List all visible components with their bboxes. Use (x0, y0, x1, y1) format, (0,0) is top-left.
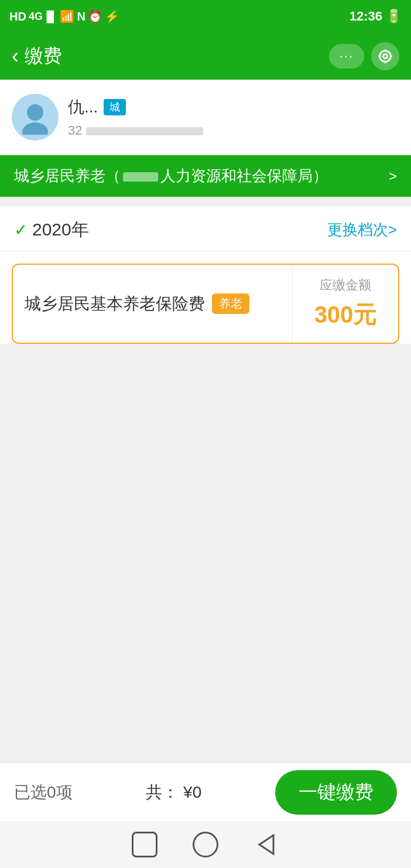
total-value: ¥0 (183, 783, 201, 801)
banner-text-pre: 城乡居民养老（ (14, 167, 121, 184)
recent-apps-button[interactable] (132, 832, 157, 857)
insurance-name: 城乡居民基本养老保险费 (25, 293, 205, 315)
user-name: 仇... (68, 96, 98, 118)
more-options-button[interactable]: ··· (329, 44, 364, 69)
total-label: 共： (146, 783, 179, 801)
back-arrow-icon: ‹ (12, 44, 19, 69)
scan-button[interactable] (371, 42, 399, 70)
user-city-tag: 城 (104, 99, 126, 115)
banner-blur (123, 172, 158, 182)
scan-icon (377, 48, 393, 64)
user-id-prefix: 32 (68, 123, 82, 138)
bluetooth-icon: ⚡ (105, 9, 119, 23)
battery-icon: 🔋 (386, 9, 402, 24)
insurance-right: 应缴金额 300元 (293, 265, 398, 343)
insurance-left: 城乡居民基本养老保险费 养老 (13, 265, 293, 343)
user-avatar (12, 94, 59, 141)
alarm-icon: ⏰ (88, 9, 102, 23)
user-id: 32 (68, 123, 399, 138)
nav-actions: ··· (329, 42, 399, 70)
home-indicator (0, 821, 411, 868)
amount-value: 300元 (314, 299, 377, 331)
year-check-group: ✓ 2020年 (14, 218, 89, 242)
change-level-button[interactable]: 更换档次> (327, 220, 397, 240)
avatar-icon (18, 100, 53, 135)
year-header: ✓ 2020年 更换档次> (0, 206, 411, 252)
banner-text: 城乡居民养老（人力资源和社会保障局） (14, 166, 328, 186)
back-button-nav[interactable] (254, 832, 279, 857)
status-bar-left: HD 4G▐▌ 📶 N ⏰ ⚡ (9, 9, 119, 23)
pay-button[interactable]: 一键缴费 (275, 770, 397, 815)
main-content: 仇... 城 32 城乡居民养老（人力资源和社会保障局） > ✓ 2020年 更… (0, 80, 411, 763)
total-amount: 共： ¥0 (146, 781, 201, 804)
nfc-icon: N (77, 10, 85, 23)
pay-button-label: 一键缴费 (299, 781, 374, 802)
signal-icon: 4G▐▌ (29, 11, 58, 23)
user-name-row: 仇... 城 (68, 96, 399, 118)
insurance-badge: 养老 (212, 293, 249, 314)
dots-label: ··· (340, 49, 354, 63)
home-button[interactable] (193, 832, 218, 857)
year-card: ✓ 2020年 更换档次> 城乡居民基本养老保险费 养老 应缴金额 300元 (0, 206, 411, 344)
status-bar: HD 4G▐▌ 📶 N ⏰ ⚡ 12:36 🔋 (0, 0, 411, 33)
check-mark-icon: ✓ (14, 220, 28, 240)
banner-arrow: > (389, 168, 397, 184)
bottom-bar: 已选0项 共： ¥0 一键缴费 (0, 763, 411, 821)
svg-point-7 (22, 122, 48, 135)
status-time: 12:36 (350, 9, 382, 24)
svg-point-6 (27, 104, 43, 121)
svg-point-1 (383, 54, 388, 59)
service-banner[interactable]: 城乡居民养老（人力资源和社会保障局） > (0, 155, 411, 197)
insurance-item[interactable]: 城乡居民基本养老保险费 养老 应缴金额 300元 (12, 264, 399, 344)
network-icon: HD (9, 10, 26, 23)
svg-marker-8 (259, 835, 273, 854)
back-button[interactable]: ‹ 缴费 (12, 43, 62, 69)
selected-count: 已选0项 (14, 781, 73, 804)
back-triangle-icon (254, 832, 279, 857)
svg-point-0 (380, 51, 391, 62)
status-bar-right: 12:36 🔋 (350, 9, 402, 24)
user-info: 仇... 城 32 (68, 96, 399, 138)
wifi-icon: 📶 (60, 9, 74, 23)
user-id-blur (86, 127, 203, 135)
nav-title: 缴费 (25, 43, 62, 69)
banner-text-post: 人力资源和社会保障局） (160, 167, 328, 184)
nav-bar: ‹ 缴费 ··· (0, 33, 411, 80)
user-card: 仇... 城 32 (0, 80, 411, 155)
amount-label: 应缴金额 (320, 276, 371, 294)
year-label: 2020年 (32, 218, 89, 242)
